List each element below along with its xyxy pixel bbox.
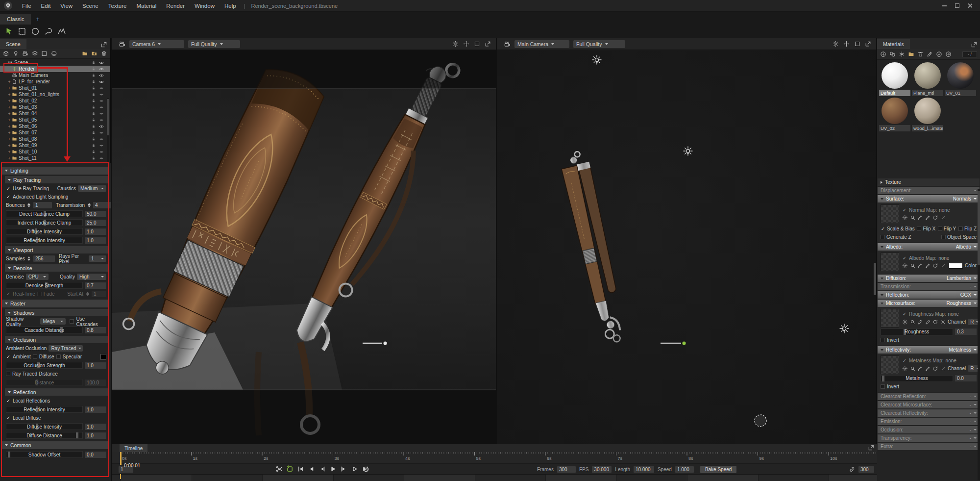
slider-distance[interactable]: Distance100.0 xyxy=(0,378,111,387)
refresh-icon[interactable] xyxy=(932,215,938,221)
expander-toggle[interactable]: + xyxy=(7,118,12,123)
camera-select-dropdown[interactable]: Camera 6 xyxy=(129,40,184,48)
material-item-wood-l-imated[interactable]: wood_l...imated xyxy=(912,98,943,131)
slider-direct-radiance-clamp[interactable]: Direct Radiance Clamp50.0 xyxy=(0,209,111,218)
scene-popout-icon[interactable] xyxy=(100,41,110,49)
bake-speed-button[interactable]: Bake Speed xyxy=(700,466,737,473)
timeline-playhead[interactable] xyxy=(120,452,122,465)
visibility-eye-icon[interactable] xyxy=(98,143,105,149)
expander-toggle[interactable]: + xyxy=(7,105,12,110)
lock-icon[interactable] xyxy=(91,105,96,110)
viewport-main-camera[interactable]: Main Camera Full Quality xyxy=(497,38,876,444)
slider-metalness[interactable]: Metalness0.0 xyxy=(881,374,977,382)
add-light-icon[interactable] xyxy=(13,51,19,57)
material-section-reflection[interactable]: Reflection:GGX xyxy=(878,291,980,299)
tree-item-shot-04[interactable]: +Shot_04 xyxy=(0,110,110,117)
slider-indirect-radiance-clamp[interactable]: Indirect Radiance Clamp25.0 xyxy=(0,218,111,227)
expander-toggle[interactable]: + xyxy=(7,92,12,97)
quality-select-dropdown[interactable]: Full Quality xyxy=(573,40,625,48)
section-header-occlusion[interactable]: Occlusion xyxy=(5,336,109,343)
refresh-icon[interactable] xyxy=(932,263,938,269)
value-field[interactable]: 4 xyxy=(93,202,111,208)
map-thumbnail[interactable] xyxy=(881,355,899,374)
eyedropper-icon[interactable] xyxy=(917,215,923,221)
track-second-cell[interactable] xyxy=(687,475,758,481)
tree-item-shot-01-no-lights[interactable]: +Shot_01_no_lights xyxy=(0,91,110,98)
material-section-texture[interactable]: Texture xyxy=(878,178,980,186)
menu-window[interactable]: Window xyxy=(190,3,220,9)
stepper-control[interactable] xyxy=(27,255,31,262)
slider-track[interactable]: Diffuse Intensity xyxy=(6,423,83,430)
expander-toggle[interactable]: + xyxy=(7,150,12,154)
material-section-reflectivity[interactable]: Reflectivity:Metalness xyxy=(878,346,980,354)
slider-value-field[interactable]: 0.7 xyxy=(85,282,106,289)
material-section-displacement[interactable]: Displacement:- xyxy=(878,187,980,194)
viewport-scrollbar-thumb[interactable] xyxy=(874,263,876,295)
lock-icon[interactable] xyxy=(91,99,96,103)
track-second-cell[interactable] xyxy=(475,475,546,481)
section-header-denoise[interactable]: Denoise xyxy=(5,264,109,272)
section-header-shadows[interactable]: Shadows xyxy=(5,309,109,316)
ellipse-select-icon[interactable] xyxy=(31,27,40,36)
material-item-plane-mtl[interactable]: Plane_mtl xyxy=(912,62,943,96)
lock-icon[interactable] xyxy=(91,111,96,116)
tree-item-shot-06[interactable]: +Shot_06 xyxy=(0,123,110,129)
material-item-uv-02[interactable]: UV_02 xyxy=(879,98,910,131)
length-field[interactable]: 10.000 xyxy=(634,466,654,473)
box-select-icon[interactable] xyxy=(18,27,26,36)
slider-value-field[interactable]: 1.0 xyxy=(85,228,106,235)
slider-value-field[interactable]: 100.0 xyxy=(85,380,106,386)
pick-material-icon[interactable] xyxy=(927,51,933,57)
tree-item-shot-02[interactable]: +Shot_02 xyxy=(0,98,110,104)
track-second-cell[interactable] xyxy=(121,475,192,481)
track-second-cell[interactable] xyxy=(192,475,263,481)
camera-select-dropdown[interactable]: Main Camera xyxy=(514,40,569,48)
menu-file[interactable]: File xyxy=(17,3,36,9)
checkbox-diffuse[interactable] xyxy=(33,354,37,359)
tree-item-shot-08[interactable]: +Shot_08 xyxy=(0,136,110,142)
track-second-cell[interactable] xyxy=(545,475,616,481)
maximize-icon[interactable] xyxy=(474,41,480,47)
apply-material-icon[interactable] xyxy=(936,51,942,57)
frames-field[interactable]: 300 xyxy=(557,466,576,473)
duplicate-material-icon[interactable] xyxy=(889,51,896,57)
add-animation-icon[interactable] xyxy=(32,51,38,57)
fps-field[interactable]: 30.000 xyxy=(592,466,612,473)
visibility-eye-icon[interactable] xyxy=(98,130,105,136)
folder-icon[interactable] xyxy=(908,51,914,57)
visibility-eye-icon[interactable] xyxy=(98,155,105,161)
slider-occlusion-strength[interactable]: Occlusion Strength1.0 xyxy=(0,361,111,370)
maximize-icon[interactable] xyxy=(854,41,860,47)
track-second-cell[interactable] xyxy=(616,475,687,481)
visibility-eye-icon[interactable] xyxy=(98,117,105,123)
slider-value-field[interactable]: 50.0 xyxy=(85,211,106,217)
lock-icon[interactable] xyxy=(91,118,96,123)
dropdown[interactable]: Mega xyxy=(40,318,66,325)
tree-item-lp-for-render[interactable]: +LP_for_render xyxy=(0,78,110,85)
dropdown[interactable]: 1 xyxy=(89,255,106,262)
magnifier-icon[interactable] xyxy=(910,366,916,372)
eyedropper-icon[interactable] xyxy=(917,366,923,372)
checkbox-flip-y[interactable]: Flip Y xyxy=(938,226,956,231)
slider-track[interactable]: Occlusion Strength xyxy=(6,362,83,369)
pencil-icon[interactable] xyxy=(925,215,931,221)
map-checkbox[interactable]: ✓ xyxy=(902,255,907,261)
slider-value-field[interactable]: 0.3 xyxy=(955,329,977,335)
map-thumbnail[interactable] xyxy=(881,309,899,328)
eyedropper-icon[interactable] xyxy=(917,319,923,325)
checkbox-ambient[interactable]: ✓ xyxy=(6,354,11,359)
slider-shadow-offset[interactable]: Shadow Offset0.0 xyxy=(0,450,111,459)
material-section-extra[interactable]: Extra:- xyxy=(878,443,980,450)
render-animation-icon[interactable] xyxy=(363,466,369,475)
select-arrow-icon[interactable] xyxy=(5,27,13,35)
slider-denoise-strength[interactable]: Denoise Strength0.7 xyxy=(0,281,111,290)
expander-toggle[interactable]: - xyxy=(2,60,7,65)
materials-scrollbar[interactable] xyxy=(978,189,980,480)
visibility-eye-icon[interactable] xyxy=(98,104,105,110)
stepper-control[interactable] xyxy=(87,202,91,208)
menu-texture[interactable]: Texture xyxy=(103,3,132,9)
visibility-eye-icon[interactable] xyxy=(98,111,105,117)
slider-track[interactable]: Roughness xyxy=(881,329,953,335)
quality-select-dropdown[interactable]: Full Quality xyxy=(188,40,240,48)
expander-toggle[interactable]: + xyxy=(7,99,12,103)
